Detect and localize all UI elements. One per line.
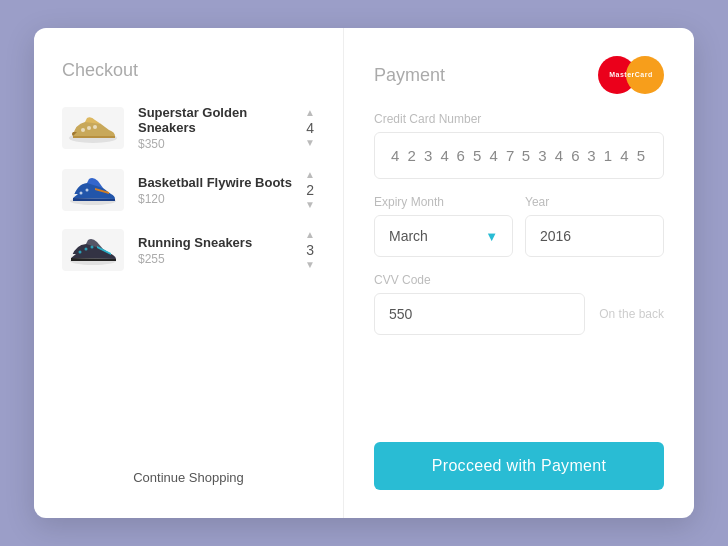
table-row: Running Sneakers $255 ▲ 3 ▼ [62,229,315,271]
qty-down-1[interactable]: ▼ [305,137,315,149]
qty-down-2[interactable]: ▼ [305,199,315,211]
expiry-year-row: Expiry Month March ▼ Year 2016 [374,195,664,257]
item-info-3: Running Sneakers $255 [138,235,295,266]
shoe-icon-1 [65,110,121,146]
qty-value-1: 4 [306,121,314,135]
cc-group-4: 3 1 4 5 [587,147,647,164]
expiry-year-col: Year 2016 [525,195,664,257]
table-row: Superstar Golden Sneakers $350 ▲ 4 ▼ [62,105,315,151]
item-image-3 [62,229,124,271]
cc-group-2: 6 5 4 7 [456,147,516,164]
item-name-2: Basketball Flywire Boots [138,175,295,190]
item-price-3: $255 [138,252,295,266]
svg-point-1 [81,128,85,132]
item-qty-3: ▲ 3 ▼ [305,229,315,271]
proceed-payment-button[interactable]: Procceed with Payment [374,442,664,490]
shoe-icon-2 [65,172,121,208]
expiry-month-label: Expiry Month [374,195,513,209]
mastercard-logo: MasterCard [598,56,664,94]
checkout-panel: Checkout Superst [34,28,344,518]
checkout-title: Checkout [62,60,315,81]
payment-header: Payment MasterCard [374,56,664,94]
item-qty-2: ▲ 2 ▼ [305,169,315,211]
item-name-1: Superstar Golden Sneakers [138,105,295,135]
item-qty-1: ▲ 4 ▼ [305,107,315,149]
svg-point-2 [87,126,91,130]
item-image-2 [62,169,124,211]
cc-number-label: Credit Card Number [374,112,664,126]
cc-group-3: 5 3 4 6 [522,147,582,164]
item-name-3: Running Sneakers [138,235,295,250]
qty-value-3: 3 [306,243,314,257]
expiry-month-col: Expiry Month March ▼ [374,195,513,257]
table-row: Basketball Flywire Boots $120 ▲ 2 ▼ [62,169,315,211]
qty-up-3[interactable]: ▲ [305,229,315,241]
cvv-row: 550 On the back [374,293,664,335]
item-image-1 [62,107,124,149]
cvv-input-wrapper: 550 [374,293,585,335]
svg-point-9 [85,248,88,251]
expiry-month-select[interactable]: March ▼ [374,215,513,257]
checkout-card: Checkout Superst [34,28,694,518]
payment-title: Payment [374,65,445,86]
svg-point-3 [93,125,97,129]
items-list: Superstar Golden Sneakers $350 ▲ 4 ▼ [62,105,315,458]
cvv-label: CVV Code [374,273,664,287]
cc-number-field[interactable]: 4 2 3 4 6 5 4 7 5 3 4 6 3 1 4 5 [374,132,664,179]
cvv-input[interactable]: 550 [374,293,585,335]
expiry-month-value: March [389,228,428,244]
item-info-2: Basketball Flywire Boots $120 [138,175,295,206]
svg-point-6 [86,189,89,192]
qty-value-2: 2 [306,183,314,197]
expiry-year-label: Year [525,195,664,209]
continue-shopping-link[interactable]: Continue Shopping [62,458,315,486]
item-price-2: $120 [138,192,295,206]
chevron-down-icon: ▼ [485,229,498,244]
shoe-icon-3 [65,232,121,268]
payment-panel: Payment MasterCard Credit Card Number 4 … [344,28,694,518]
qty-down-3[interactable]: ▼ [305,259,315,271]
item-price-1: $350 [138,137,295,151]
continue-shopping-anchor[interactable]: Continue Shopping [133,470,244,485]
expiry-year-input[interactable]: 2016 [525,215,664,257]
cvv-hint: On the back [599,307,664,321]
qty-up-1[interactable]: ▲ [305,107,315,119]
svg-point-5 [80,192,83,195]
item-info-1: Superstar Golden Sneakers $350 [138,105,295,151]
cc-group-1: 4 2 3 4 [391,147,451,164]
svg-point-10 [91,246,94,249]
mastercard-text: MasterCard [609,71,653,78]
svg-point-8 [79,251,82,254]
qty-up-2[interactable]: ▲ [305,169,315,181]
